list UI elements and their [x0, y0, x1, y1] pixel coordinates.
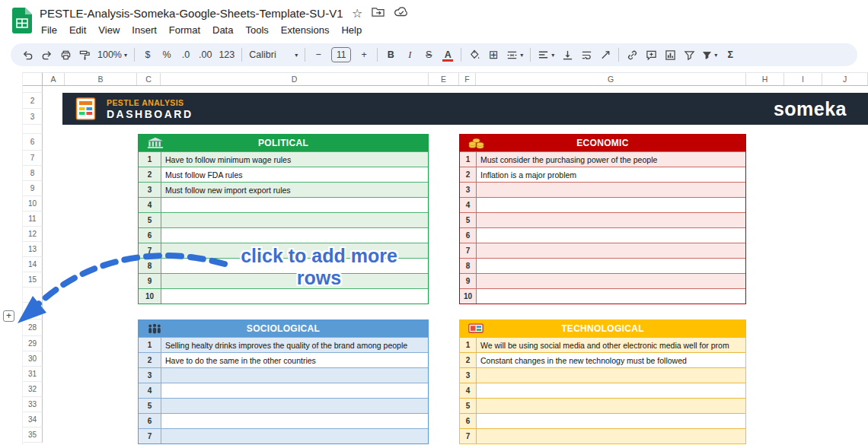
cell-economic-text-10[interactable]: [477, 289, 745, 304]
cell-economic-num-10[interactable]: 10: [460, 289, 477, 304]
col-header-J[interactable]: J: [822, 73, 868, 85]
text-wrap-button[interactable]: [577, 46, 595, 64]
cell-political-num-5[interactable]: 5: [139, 213, 161, 227]
cell-technological-num-7[interactable]: 7: [460, 429, 477, 443]
cell-economic-num-3[interactable]: 3: [460, 183, 477, 197]
cell-economic-num-4[interactable]: 4: [460, 198, 477, 212]
col-header-C[interactable]: C: [137, 73, 161, 85]
cell-economic-text-9[interactable]: [477, 274, 745, 288]
cell-technological-text-2[interactable]: Constant changes in the new technology m…: [477, 353, 745, 367]
row-header-7[interactable]: 7: [23, 151, 43, 166]
cell-political-text-1[interactable]: Have to follow minimum wage rules: [161, 152, 428, 167]
cell-economic-text-8[interactable]: [477, 259, 745, 273]
insert-comment-button[interactable]: [642, 46, 660, 64]
menu-extensions[interactable]: Extensions: [275, 22, 336, 38]
more-formats-button[interactable]: 123: [215, 46, 238, 64]
menu-data[interactable]: Data: [206, 22, 239, 38]
row-header-34[interactable]: 34: [23, 412, 43, 428]
cell-sociological-text-1[interactable]: Selling healty drinks improves the quali…: [161, 338, 428, 352]
menu-format[interactable]: Format: [163, 22, 206, 38]
cell-economic-text-7[interactable]: [477, 243, 745, 258]
menu-help[interactable]: Help: [335, 22, 368, 38]
cell-technological-num-6[interactable]: 6: [460, 414, 477, 428]
row-header-hidden[interactable]: [23, 86, 43, 93]
zoom-selector[interactable]: 100%▾: [94, 46, 130, 64]
cell-political-num-4[interactable]: 4: [139, 198, 161, 212]
cell-technological-text-7[interactable]: [477, 429, 745, 443]
cell-economic-num-2[interactable]: 2: [460, 167, 477, 182]
text-rotation-button[interactable]: [596, 46, 614, 64]
cell-sociological-text-2[interactable]: Have to do the same in the other countri…: [161, 353, 428, 367]
strikethrough-button[interactable]: S: [420, 46, 438, 64]
expand-hidden-rows-button[interactable]: +: [3, 310, 14, 322]
cell-economic-text-2[interactable]: Inflation is a major problem: [477, 167, 745, 182]
cell-political-text-5[interactable]: [161, 213, 428, 227]
col-header-F[interactable]: F: [459, 73, 476, 85]
col-header-H[interactable]: H: [746, 73, 784, 85]
cell-technological-num-2[interactable]: 2: [460, 353, 477, 367]
format-currency-button[interactable]: $: [139, 46, 157, 64]
cell-economic-num-5[interactable]: 5: [460, 213, 477, 227]
cell-political-text-6[interactable]: [161, 228, 428, 243]
decrease-decimals-button[interactable]: .0: [177, 46, 195, 64]
print-button[interactable]: [56, 46, 75, 64]
cell-technological-num-5[interactable]: 5: [460, 399, 477, 413]
col-header-B[interactable]: B: [65, 73, 137, 85]
format-percent-button[interactable]: %: [158, 46, 176, 64]
row-header-10[interactable]: 10: [23, 196, 43, 211]
col-header-D[interactable]: D: [161, 73, 429, 85]
cell-sociological-num-6[interactable]: 6: [139, 414, 161, 428]
row-header-32[interactable]: 32: [23, 382, 43, 397]
cell-political-text-3[interactable]: Must follow new import export rules: [161, 183, 428, 197]
cell-sociological-num-5[interactable]: 5: [139, 399, 161, 413]
cell-sociological-text-6[interactable]: [161, 414, 428, 428]
cell-technological-num-4[interactable]: 4: [460, 383, 477, 398]
cell-technological-num-3[interactable]: 3: [460, 368, 477, 383]
filter-views-button[interactable]: ▾: [699, 46, 720, 64]
cell-sociological-text-7[interactable]: [161, 429, 428, 443]
cell-technological-text-5[interactable]: [477, 399, 745, 413]
paint-format-button[interactable]: [75, 46, 94, 64]
google-sheets-logo-icon[interactable]: [12, 8, 32, 37]
menu-file[interactable]: File: [35, 22, 63, 38]
row-header-29[interactable]: 29: [23, 336, 43, 351]
decrease-font-size-button[interactable]: −: [309, 46, 327, 64]
row-header-hidden[interactable]: [23, 125, 43, 134]
cell-economic-text-5[interactable]: [477, 213, 745, 227]
cell-technological-text-1[interactable]: We will be using social media and other …: [477, 338, 745, 352]
col-header-G[interactable]: G: [476, 73, 746, 85]
cell-economic-num-8[interactable]: 8: [460, 259, 477, 273]
cloud-status-icon[interactable]: [394, 6, 409, 21]
undo-button[interactable]: [18, 46, 37, 64]
create-filter-button[interactable]: [680, 46, 698, 64]
cell-political-text-4[interactable]: [161, 198, 428, 212]
cell-political-num-3[interactable]: 3: [139, 183, 161, 197]
cell-sociological-text-3[interactable]: [161, 368, 428, 383]
cell-sociological-num-4[interactable]: 4: [139, 383, 161, 398]
cell-technological-text-3[interactable]: [477, 368, 745, 383]
star-icon[interactable]: ☆: [352, 8, 362, 20]
col-header-I[interactable]: I: [784, 73, 822, 85]
italic-button[interactable]: I: [400, 46, 419, 64]
vertical-align-button[interactable]: [558, 46, 576, 64]
cell-political-num-1[interactable]: 1: [139, 152, 161, 167]
text-color-button[interactable]: A: [439, 46, 457, 64]
cell-economic-num-1[interactable]: 1: [460, 152, 477, 167]
cell-economic-num-9[interactable]: 9: [460, 274, 477, 288]
redo-button[interactable]: [37, 46, 56, 64]
row-header-35[interactable]: 35: [23, 428, 43, 443]
document-title[interactable]: PESTLE-Analysis-Someka-Google-Sheets-Tem…: [40, 7, 343, 20]
row-header-9[interactable]: 9: [23, 181, 43, 196]
row-header-6[interactable]: 6: [23, 134, 43, 151]
horizontal-align-button[interactable]: ▾: [535, 46, 557, 64]
cell-sociological-num-1[interactable]: 1: [139, 338, 161, 352]
col-header-A[interactable]: A: [43, 73, 65, 85]
row-header-30[interactable]: 30: [23, 351, 43, 367]
row-header-3[interactable]: 3: [23, 109, 43, 125]
cell-technological-text-4[interactable]: [477, 383, 745, 398]
cell-sociological-text-4[interactable]: [161, 383, 428, 398]
cell-economic-text-6[interactable]: [477, 228, 745, 243]
cell-technological-text-6[interactable]: [477, 414, 745, 428]
menu-tools[interactable]: Tools: [239, 22, 274, 38]
col-header-E[interactable]: E: [429, 73, 459, 85]
